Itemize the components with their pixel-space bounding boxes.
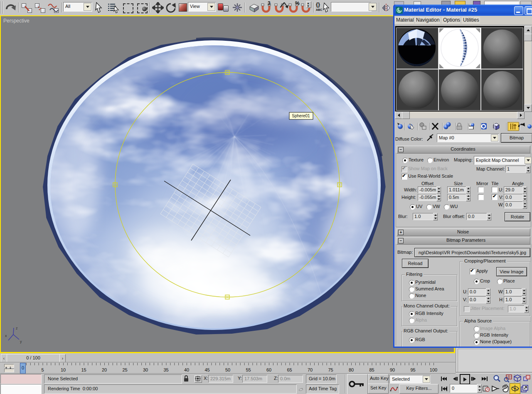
svg-text:x: x [5, 334, 7, 338]
svg-text:20: 20 [102, 367, 107, 372]
svg-text:45: 45 [204, 367, 209, 372]
svg-text:35: 35 [163, 367, 168, 372]
svg-text:55: 55 [246, 367, 251, 372]
svg-text:15: 15 [81, 367, 86, 372]
svg-text:50: 50 [225, 367, 230, 372]
svg-text:70: 70 [308, 367, 313, 372]
svg-text:Perspective: Perspective [3, 18, 30, 24]
svg-text:y: y [20, 339, 22, 344]
svg-text:10: 10 [61, 367, 66, 372]
svg-text:80: 80 [349, 367, 354, 372]
svg-text:5: 5 [41, 367, 44, 372]
svg-text:100: 100 [430, 367, 437, 372]
svg-text:90: 90 [390, 367, 395, 372]
svg-text:z: z [16, 326, 18, 330]
svg-text:40: 40 [184, 367, 189, 372]
svg-text:75: 75 [328, 367, 333, 372]
svg-text:Sphere01: Sphere01 [292, 114, 310, 118]
svg-text:65: 65 [287, 367, 292, 372]
svg-text:85: 85 [369, 367, 374, 372]
svg-text:25: 25 [122, 367, 127, 372]
svg-text:60: 60 [266, 367, 271, 372]
svg-text:30: 30 [143, 367, 148, 372]
svg-text:95: 95 [410, 367, 415, 372]
